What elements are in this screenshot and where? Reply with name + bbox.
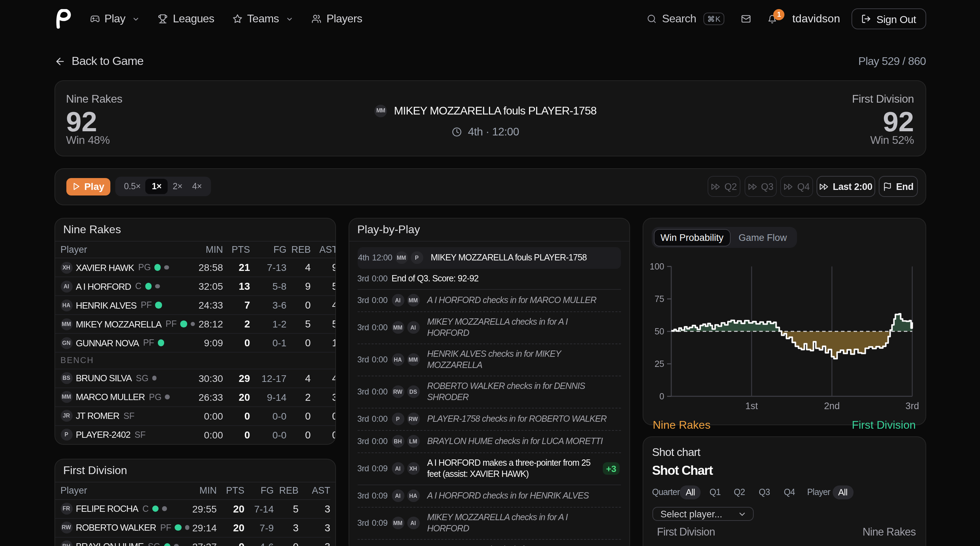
svg-text:50: 50 — [654, 326, 664, 336]
svg-text:0: 0 — [659, 391, 664, 401]
svg-text:75: 75 — [654, 294, 664, 303]
svg-text:2nd: 2nd — [824, 400, 839, 411]
svg-text:1st: 1st — [745, 400, 758, 411]
svg-text:3rd: 3rd — [905, 400, 918, 411]
svg-text:100: 100 — [649, 261, 664, 271]
svg-text:25: 25 — [654, 359, 664, 368]
